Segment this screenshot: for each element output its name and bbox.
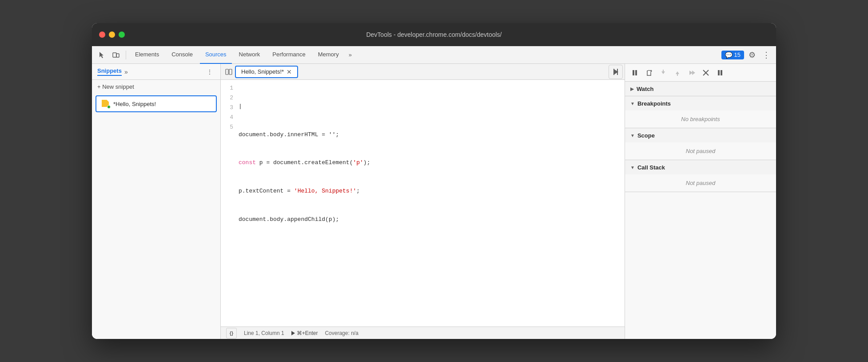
- new-snippet-button[interactable]: + New snippet: [92, 80, 220, 94]
- chat-icon: 💬: [725, 51, 733, 59]
- title-bar: DevTools - developer.chrome.com/docs/dev…: [92, 23, 776, 46]
- call-stack-toggle-icon: ▼: [630, 165, 635, 170]
- tab-network[interactable]: Network: [234, 46, 266, 64]
- devtools-body: Elements Console Sources Network Perform…: [92, 46, 776, 339]
- call-stack-status: Not paused: [686, 180, 716, 186]
- scope-header[interactable]: ▼ Scope: [625, 128, 776, 142]
- code-line-4: p.textContent = 'Hello, Snippets!';: [239, 186, 621, 196]
- scope-label: Scope: [637, 132, 655, 139]
- sidebar-more[interactable]: »: [124, 68, 128, 75]
- sidebar-menu-icon[interactable]: ⋮: [204, 67, 215, 77]
- traffic-lights: [99, 31, 125, 38]
- code-line-1: [239, 102, 621, 112]
- svg-rect-3: [229, 69, 232, 75]
- sidebar-header: Snippets » ⋮: [92, 64, 220, 80]
- tab-console[interactable]: Console: [166, 46, 198, 64]
- tab-memory[interactable]: Memory: [313, 46, 344, 64]
- step-out-button[interactable]: [671, 67, 684, 79]
- maximize-button[interactable]: [119, 31, 125, 38]
- code-line-3: const p = document.createElement('p');: [239, 158, 621, 168]
- scope-section: ▼ Scope Not paused: [625, 128, 776, 160]
- svg-rect-5: [613, 69, 614, 75]
- line-num-1: 1: [224, 83, 233, 93]
- cursor-icon[interactable]: [96, 49, 108, 61]
- toolbar-divider: [126, 51, 126, 59]
- line-numbers: 1 2 3 4 5: [221, 80, 239, 327]
- no-breakpoints-text: No breakpoints: [681, 116, 720, 122]
- notification-badge[interactable]: 💬 15: [721, 51, 744, 59]
- code-line-5: document.body.appendChild(p);: [239, 215, 621, 224]
- svg-rect-21: [718, 70, 720, 75]
- breakpoints-toggle-icon: ▼: [630, 101, 635, 106]
- tab-performance[interactable]: Performance: [267, 46, 311, 64]
- call-stack-section: ▼ Call Stack Not paused: [625, 160, 776, 192]
- tab-close-icon[interactable]: ✕: [287, 69, 292, 75]
- svg-marker-17: [689, 71, 693, 75]
- settings-icon[interactable]: ⚙: [746, 49, 758, 61]
- more-options-icon[interactable]: ⋮: [760, 49, 772, 61]
- cursor-position: Line 1, Column 1: [244, 330, 284, 336]
- snippet-name: *Hello, Snippets!: [113, 101, 156, 107]
- close-button[interactable]: [99, 31, 105, 38]
- run-snippet-button[interactable]: [609, 65, 623, 79]
- tab-more[interactable]: »: [346, 51, 354, 58]
- svg-rect-2: [226, 69, 228, 75]
- top-toolbar: Elements Console Sources Network Perform…: [92, 46, 776, 64]
- svg-rect-0: [113, 53, 116, 57]
- pause-button[interactable]: [629, 67, 641, 79]
- svg-rect-7: [633, 70, 634, 75]
- sidebar-actions: ⋮: [204, 67, 215, 77]
- minimize-button[interactable]: [109, 31, 115, 38]
- devtools-window: DevTools - developer.chrome.com/docs/dev…: [92, 23, 776, 339]
- scope-toggle-icon: ▼: [630, 133, 635, 138]
- badge-count: 15: [734, 51, 741, 58]
- svg-rect-1: [116, 54, 119, 57]
- sidebar: Snippets » ⋮ + New snippet *Hello, Snipp…: [92, 64, 221, 339]
- svg-marker-15: [676, 71, 679, 74]
- deactivate-breakpoints-icon[interactable]: [700, 67, 712, 79]
- svg-marker-13: [661, 71, 665, 74]
- editor-tabs: Hello, Snippets!* ✕: [221, 64, 625, 80]
- debug-toolbar: [625, 64, 776, 82]
- watch-header[interactable]: ▶ Watch: [625, 82, 776, 96]
- call-stack-content: Not paused: [625, 174, 776, 192]
- run-with-shortcut[interactable]: ⌘+Enter: [291, 330, 318, 336]
- line-num-3: 3: [224, 103, 233, 113]
- call-stack-header[interactable]: ▼ Call Stack: [625, 160, 776, 174]
- device-icon[interactable]: [110, 49, 122, 61]
- sidebar-toggle-icon[interactable]: [223, 66, 235, 78]
- right-panel: ▶ Watch ▼ Breakpoints No breakpoints: [625, 64, 776, 339]
- svg-rect-6: [617, 69, 618, 75]
- tab-sources[interactable]: Sources: [200, 46, 232, 64]
- step-over-button[interactable]: [643, 67, 655, 79]
- pause-on-exceptions-button[interactable]: [714, 67, 726, 79]
- code-editor[interactable]: 1 2 3 4 5 document.body.innerHTML = ''; …: [221, 80, 625, 327]
- svg-marker-18: [692, 71, 695, 75]
- snippet-file-icon: [102, 100, 110, 108]
- editor-tab-hello[interactable]: Hello, Snippets!* ✕: [235, 66, 298, 78]
- status-bar: {} Line 1, Column 1 ⌘+Enter Coverage: n/…: [221, 327, 625, 339]
- editor-area: Hello, Snippets!* ✕ 1: [221, 64, 625, 339]
- watch-section: ▶ Watch: [625, 82, 776, 96]
- tab-elements[interactable]: Elements: [130, 46, 164, 64]
- svg-rect-8: [635, 70, 637, 75]
- snippet-item-hello[interactable]: *Hello, Snippets!: [96, 95, 217, 112]
- window-title: DevTools - developer.chrome.com/docs/dev…: [366, 31, 502, 38]
- scope-content: Not paused: [625, 142, 776, 160]
- sidebar-title: Snippets: [97, 67, 122, 76]
- breakpoints-content: No breakpoints: [625, 110, 776, 128]
- step-button[interactable]: [685, 67, 698, 79]
- watch-label: Watch: [637, 86, 654, 92]
- line-num-2: 2: [224, 93, 233, 103]
- svg-rect-22: [721, 70, 722, 75]
- code-content[interactable]: document.body.innerHTML = ''; const p = …: [239, 80, 625, 327]
- main-content: Snippets » ⋮ + New snippet *Hello, Snipp…: [92, 64, 776, 339]
- breakpoints-section: ▼ Breakpoints No breakpoints: [625, 96, 776, 128]
- format-button[interactable]: {}: [226, 328, 237, 338]
- line-num-4: 4: [224, 113, 233, 122]
- editor-tab-label: Hello, Snippets!*: [241, 68, 284, 75]
- step-into-button[interactable]: [657, 67, 669, 79]
- call-stack-label: Call Stack: [637, 164, 665, 171]
- breakpoints-header[interactable]: ▼ Breakpoints: [625, 96, 776, 110]
- watch-toggle-icon: ▶: [630, 87, 634, 91]
